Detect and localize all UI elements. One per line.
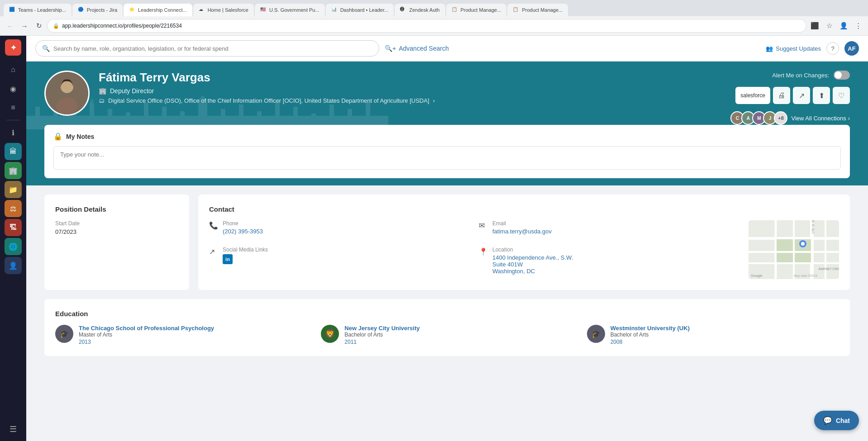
top-bar-right: 👥 Suggest Updates ? AF	[766, 41, 859, 56]
browser-tab-leadershipconnect[interactable]: ⭐ Leadership Connect...	[124, 4, 192, 16]
email-value[interactable]: fatima.terry@usda.gov	[492, 228, 552, 235]
advanced-search-icon: 🔍+	[385, 45, 396, 52]
location-line1: 1400 Independence Ave., S.W.	[492, 254, 573, 261]
edu-details-0: The Chicago School of Professional Psych…	[79, 325, 214, 345]
notes-input[interactable]	[53, 146, 841, 170]
tab-favicon-jira: 🔵	[78, 7, 84, 13]
linkedin-link[interactable]: in	[223, 254, 233, 264]
profile-role-text: Deputy Director	[110, 87, 154, 95]
phone-value[interactable]: (202) 395-3953	[223, 228, 263, 235]
tab-favicon-zen: 🅩	[400, 7, 406, 13]
advanced-search-label: Advanced Search	[399, 45, 449, 52]
education-row: 🎓 The Chicago School of Professional Psy…	[55, 325, 839, 345]
edu-school-1[interactable]: New Jersey City University	[344, 325, 420, 332]
search-box[interactable]: 🔍	[35, 40, 379, 57]
position-contact-row: Position Details Start Date 07/2023 Cont…	[44, 194, 850, 290]
map-svg: 17th St SE BARNEY CIRC Google Map data ©…	[749, 220, 839, 279]
contact-social: ↗ Social Media Links in	[209, 247, 472, 279]
edu-details-1: New Jersey City University Bachelor of A…	[344, 325, 420, 345]
sidebar-logo[interactable]: ✦	[5, 39, 21, 56]
start-date-label: Start Date	[55, 220, 178, 227]
sidebar-item-person[interactable]: 👤	[5, 257, 22, 274]
browser-tabs-bar: 🟦 Teams - Leadership... 🔵 Projects - Jir…	[0, 0, 868, 16]
profile-icon[interactable]: 👤	[837, 19, 850, 32]
browser-tab-zendesk[interactable]: 🅩 Zendesk Auth	[395, 4, 445, 16]
address-bar[interactable]: 🔒 app.leadershipconnect.io/profiles/peop…	[47, 19, 806, 33]
edu-details-2: Westminster University (UK) Bachelor of …	[610, 325, 690, 345]
infrastructure-icon: 🏗	[10, 223, 17, 232]
my-notes-section: 🔒 My Notes	[44, 125, 850, 178]
browser-tab-salesforce[interactable]: ☁ Home | Salesforce	[193, 4, 254, 16]
sidebar-item-federal[interactable]: 🏢	[5, 162, 22, 179]
svg-text:BARNEY CIRC: BARNEY CIRC	[819, 267, 839, 270]
sidebar-bottom: ☰	[5, 421, 22, 438]
sidebar-item-home[interactable]: ⌂	[5, 61, 22, 78]
tab-label-teams: Teams - Leadership...	[18, 7, 66, 13]
sidebar-menu-button[interactable]: ☰	[5, 421, 22, 438]
org-chevron-icon[interactable]: ›	[433, 97, 435, 104]
back-button[interactable]: ←	[4, 19, 16, 32]
browser-tab-gov[interactable]: 🇺🇸 U.S. Government Pu...	[255, 4, 325, 16]
browser-tab-pm2[interactable]: 📋 Product Manage...	[507, 4, 568, 16]
browser-tab-teams[interactable]: 🟦 Teams - Leadership...	[4, 4, 72, 16]
tab-favicon-dash: 📊	[331, 7, 338, 13]
extensions-icon[interactable]: ⬛	[808, 19, 821, 32]
contact-email: ✉ Email fatima.terry@usda.gov	[479, 220, 741, 239]
contact-grid: 📞 Phone (202) 395-3953 ✉ Email fatima	[209, 220, 839, 279]
profile-name: Fátima Terry Vargas	[99, 71, 850, 85]
tab-label-jira: Projects - Jira	[87, 7, 117, 13]
edu-school-0[interactable]: The Chicago School of Professional Psych…	[79, 325, 214, 332]
social-details: Social Media Links in	[223, 247, 268, 264]
reload-button[interactable]: ↻	[33, 19, 45, 32]
tab-label-dash: Dashboard • Leader...	[340, 7, 389, 13]
sidebar-item-legal[interactable]: ⚖	[5, 200, 22, 217]
advanced-search-button[interactable]: 🔍+ Advanced Search	[385, 45, 449, 52]
edu-degree-2: Bachelor of Arts	[610, 332, 690, 338]
info-icon: ℹ	[12, 128, 14, 137]
sidebar-item-info[interactable]: ℹ	[5, 124, 22, 141]
tab-label-zen: Zendesk Auth	[409, 7, 439, 13]
user-avatar-button[interactable]: AF	[844, 41, 859, 56]
social-icon: ↗	[209, 247, 218, 256]
profile-avatar-image	[46, 72, 88, 114]
edu-logo-0: 🎓	[55, 325, 73, 343]
chat-icon: 💬	[823, 416, 832, 425]
menu-icon[interactable]: ⋮	[852, 19, 864, 32]
spotlight-icon: ◉	[10, 85, 16, 93]
notes-bg: 🔒 My Notes	[26, 125, 868, 185]
sidebar-item-capitol[interactable]: 🏛	[5, 143, 22, 160]
sidebar-item-spotlight[interactable]: ◉	[5, 80, 22, 97]
suggest-updates-button[interactable]: 👥 Suggest Updates	[766, 45, 821, 52]
position-start-date-field: Start Date 07/2023	[55, 220, 178, 235]
profile-header-content: Fátima Terry Vargas 🏢 Deputy Director 🗂 …	[44, 71, 850, 116]
svg-text:17th St SE: 17th St SE	[811, 220, 815, 234]
browser-tab-pm1[interactable]: 📋 Product Manage...	[446, 4, 507, 16]
location-details: Location 1400 Independence Ave., S.W. Su…	[492, 247, 573, 275]
sidebar-item-global[interactable]: 🌐	[5, 238, 22, 255]
education-item-0: 🎓 The Chicago School of Professional Psy…	[55, 325, 307, 345]
search-input[interactable]	[53, 45, 372, 52]
chat-button[interactable]: 💬 Chat	[814, 411, 859, 430]
svg-text:Google: Google	[751, 274, 763, 278]
svg-rect-13	[777, 253, 793, 262]
sidebar: ✦ ⌂ ◉ ≡ ℹ 🏛 🏢 📁 ⚖ 🏗 🌐	[0, 36, 26, 441]
profile-info: Fátima Terry Vargas 🏢 Deputy Director 🗂 …	[99, 71, 850, 104]
profile-name-text: Fátima Terry Vargas	[99, 71, 210, 85]
main-content: 🔍 🔍+ Advanced Search 👥 Suggest Updates ?…	[26, 36, 868, 441]
sidebar-item-feed[interactable]: ≡	[5, 99, 22, 116]
global-icon: 🌐	[9, 242, 18, 251]
legal-icon: ⚖	[10, 204, 16, 213]
edu-logo-1: 🦁	[321, 325, 339, 343]
app-container: ✦ ⌂ ◉ ≡ ℹ 🏛 🏢 📁 ⚖ 🏗 🌐	[0, 36, 868, 441]
org-icon: 🗂	[99, 97, 105, 104]
browser-tab-jira[interactable]: 🔵 Projects - Jira	[72, 4, 123, 16]
sidebar-item-infrastructure[interactable]: 🏗	[5, 219, 22, 236]
chat-label: Chat	[836, 417, 850, 424]
browser-tab-dashboard[interactable]: 📊 Dashboard • Leader...	[326, 4, 394, 16]
bookmark-icon[interactable]: ☆	[823, 19, 835, 32]
edu-school-2[interactable]: Westminster University (UK)	[610, 325, 690, 332]
profile-header: Fátima Terry Vargas 🏢 Deputy Director 🗂 …	[26, 62, 868, 129]
sidebar-item-documents[interactable]: 📁	[5, 181, 22, 198]
help-button[interactable]: ?	[826, 42, 839, 55]
forward-button[interactable]: →	[18, 19, 31, 32]
